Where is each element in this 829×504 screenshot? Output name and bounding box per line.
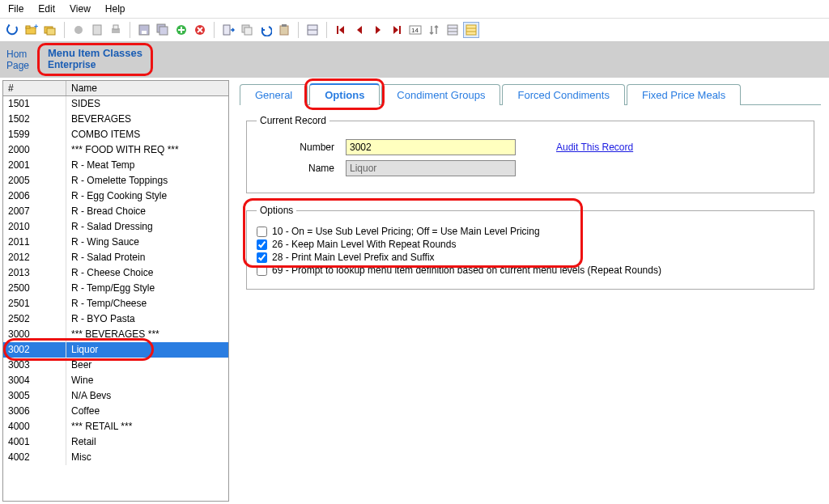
first-icon[interactable] (333, 22, 349, 38)
toolbar: + 14 (0, 19, 829, 42)
grid-header: # Name (3, 81, 228, 96)
table-row[interactable]: 3004Wine (3, 373, 228, 388)
table-row[interactable]: 3006Coffee (3, 404, 228, 419)
number-label: Number (257, 142, 346, 153)
svg-text:+: + (34, 23, 38, 31)
table-row[interactable]: 2013R - Cheese Choice (3, 265, 228, 281)
detail-pane: General Options Condiment Groups Forced … (232, 78, 829, 504)
undo-icon[interactable] (257, 22, 274, 38)
table-row[interactable]: 4002Misc (3, 450, 228, 465)
svg-rect-1 (26, 26, 30, 28)
duplicate-icon[interactable] (239, 22, 255, 38)
svg-rect-23 (399, 26, 401, 34)
save-all-icon[interactable] (155, 22, 171, 38)
option-label: 69 - Prompt to lookup menu item definiti… (272, 265, 661, 276)
tab-condiment-groups[interactable]: Condiment Groups (381, 84, 500, 105)
delete-icon[interactable] (192, 22, 208, 38)
audit-link[interactable]: Audit This Record (556, 142, 633, 153)
menu-view[interactable]: View (70, 3, 91, 15)
record-list: # Name 1501SIDES1502BEVERAGES1599COMBO I… (2, 80, 229, 502)
table-row[interactable]: 1501SIDES (3, 96, 228, 112)
table-row[interactable]: 2006R - Egg Cooking Style (3, 188, 228, 204)
breadcrumb-title: Menu Item Classes (48, 47, 142, 59)
table-row[interactable]: 2502R - BYO Pasta (3, 311, 228, 327)
table-row[interactable]: 2010R - Salad Dressing (3, 219, 228, 235)
table-row[interactable]: 2007R - Bread Choice (3, 204, 228, 219)
add-icon[interactable] (173, 22, 189, 38)
insert-icon[interactable] (220, 22, 236, 38)
sort-icon[interactable] (426, 22, 442, 38)
save-icon[interactable] (136, 22, 152, 38)
table-row[interactable]: 2011R - Wing Sauce (3, 235, 228, 250)
svg-rect-12 (159, 27, 168, 35)
name-label: Name (257, 163, 346, 174)
horiz-split-icon[interactable] (304, 22, 321, 38)
menubar: File Edit View Help (0, 0, 829, 19)
table-row[interactable]: 1502BEVERAGES (3, 112, 228, 127)
col-header-name[interactable]: Name (66, 81, 228, 95)
tab-fixed-price-meals[interactable]: Fixed Price Meals (627, 84, 741, 105)
option-row: 10 - On = Use Sub Level Pricing; Off = U… (257, 226, 804, 237)
option-label: 28 - Print Main Level Prefix and Suffix (272, 252, 435, 263)
table-row[interactable]: 3000*** BEVERAGES *** (3, 327, 228, 342)
menu-file[interactable]: File (8, 3, 23, 15)
home-link[interactable]: HomPage (6, 49, 29, 71)
refresh-icon[interactable] (5, 22, 21, 38)
table-row[interactable]: 4000*** RETAIL *** (3, 419, 228, 434)
tabs: General Options Condiment Groups Forced … (240, 83, 821, 104)
table-row[interactable]: 2012R - Salad Protein (3, 250, 228, 265)
filter-icon[interactable] (444, 22, 461, 38)
table-row[interactable]: 3002Liquor (3, 342, 228, 358)
menu-edit[interactable]: Edit (38, 3, 55, 15)
new-folder-icon[interactable]: + (23, 22, 40, 38)
current-record-legend: Current Record (257, 115, 329, 126)
number-field[interactable] (346, 139, 516, 155)
table-row[interactable]: 4001Retail (3, 434, 228, 450)
prev-icon[interactable] (351, 22, 368, 38)
table-row[interactable]: 2501R - Temp/Cheese (3, 296, 228, 311)
table-row[interactable]: 1599COMBO ITEMS (3, 127, 228, 142)
option-label: 10 - On = Use Sub Level Pricing; Off = U… (272, 226, 540, 237)
copy-folder-icon[interactable] (42, 22, 58, 38)
table-row[interactable]: 2005R - Omelette Toppings (3, 173, 228, 188)
table-row[interactable]: 2000*** FOOD WITH REQ *** (3, 142, 228, 158)
record-icon[interactable] (70, 22, 87, 38)
option-row: 26 - Keep Main Level With Repeat Rounds (257, 239, 804, 250)
last-icon[interactable] (389, 22, 405, 38)
goto-icon[interactable]: 14 (407, 22, 423, 38)
tab-forced-condiments[interactable]: Forced Condiments (502, 84, 624, 105)
grid-body[interactable]: 1501SIDES1502BEVERAGES1599COMBO ITEMS200… (3, 96, 228, 501)
col-header-number[interactable]: # (3, 81, 66, 95)
tab-options[interactable]: Options (309, 83, 380, 105)
table-row[interactable]: 2001R - Meat Temp (3, 158, 228, 173)
breadcrumb-highlight: Menu Item Classes Enterprise (37, 43, 153, 76)
current-record-fieldset: Current Record Number Audit This Record … (246, 115, 814, 193)
svg-rect-15 (223, 25, 230, 35)
option-checkbox[interactable] (257, 227, 267, 237)
svg-rect-8 (113, 25, 118, 29)
menu-help[interactable]: Help (105, 3, 125, 15)
svg-rect-10 (142, 31, 147, 34)
option-row: 69 - Prompt to lookup menu item definiti… (257, 265, 804, 276)
next-icon[interactable] (370, 22, 386, 38)
svg-rect-26 (448, 25, 457, 35)
option-checkbox[interactable] (257, 252, 267, 263)
breadcrumb-scope: Enterprise (48, 59, 142, 70)
paste-icon[interactable] (276, 22, 292, 38)
option-row: 28 - Print Main Level Prefix and Suffix (257, 252, 804, 263)
print-icon[interactable] (108, 22, 124, 38)
table-row[interactable]: 3003Beer (3, 358, 228, 373)
svg-rect-19 (282, 24, 287, 27)
option-label: 26 - Keep Main Level With Repeat Rounds (272, 239, 456, 250)
option-checkbox[interactable] (257, 239, 267, 250)
doc-icon[interactable] (89, 22, 105, 38)
list-view-icon[interactable] (463, 22, 479, 38)
svg-rect-6 (93, 25, 101, 35)
svg-rect-4 (47, 28, 55, 35)
options-fieldset: Options 10 - On = Use Sub Level Pricing;… (246, 205, 814, 290)
table-row[interactable]: 2500R - Temp/Egg Style (3, 281, 228, 296)
option-checkbox[interactable] (257, 265, 267, 276)
svg-rect-17 (244, 28, 252, 35)
table-row[interactable]: 3005N/A Bevs (3, 388, 228, 404)
tab-general[interactable]: General (240, 84, 308, 105)
